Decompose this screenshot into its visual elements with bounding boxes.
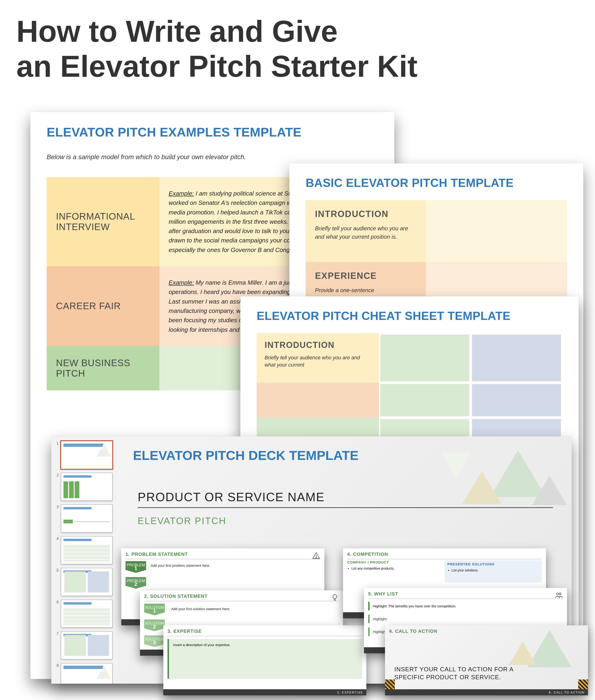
section-desc: Provide a one-sentence bbox=[315, 286, 417, 295]
thumb-num: 2 bbox=[56, 473, 59, 477]
svg-point-3 bbox=[559, 593, 561, 595]
cheat-cell bbox=[379, 383, 471, 418]
section-fill bbox=[426, 200, 567, 262]
slide-thumbnail[interactable] bbox=[61, 536, 112, 564]
cheat-cell bbox=[471, 383, 562, 418]
thumb-row[interactable]: 8 bbox=[56, 663, 112, 684]
hazard-corner-icon bbox=[578, 679, 588, 689]
mini-slide-expertise: 3. EXPERTISE Insert a description of you… bbox=[163, 625, 366, 695]
mini-title: 5. WHY LIST bbox=[364, 588, 567, 598]
slide-thumbnail[interactable] bbox=[61, 600, 112, 628]
chip-problem: PROBLEM1 bbox=[125, 561, 146, 573]
competition-col-a: COMPANY / PRODUCT List any competitive p… bbox=[347, 560, 439, 582]
mini-title: 4. COMPETITION bbox=[343, 548, 546, 559]
thumb-num: 6 bbox=[56, 600, 59, 604]
mini-body: Insert a description of your expertise. bbox=[168, 639, 362, 679]
cheat-cell bbox=[257, 383, 379, 418]
thumb-num: 1 bbox=[56, 441, 59, 446]
mini-body: Add your first problem statement here. bbox=[151, 561, 320, 589]
thumb-row[interactable]: 7 bbox=[56, 632, 112, 660]
cheat-cell bbox=[471, 333, 562, 383]
slide-thumbnail[interactable] bbox=[61, 441, 112, 469]
hazard-corner-icon bbox=[385, 679, 395, 689]
cheat-heading: ELEVATOR PITCH CHEAT SHEET TEMPLATE bbox=[257, 309, 562, 323]
triangle-icon bbox=[441, 453, 471, 478]
basic-heading: BASIC ELEVATOR PITCH TEMPLATE bbox=[306, 176, 567, 190]
examples-row-label: INFORMATIONAL INTERVIEW bbox=[47, 177, 159, 266]
thumb-row[interactable]: 1 bbox=[56, 441, 112, 469]
col-heading: COMPANY / PRODUCT bbox=[347, 560, 439, 564]
thumb-row[interactable]: 2 bbox=[56, 473, 112, 501]
cheat-cell bbox=[379, 333, 471, 383]
svg-point-0 bbox=[316, 557, 317, 558]
deck-subtitle: ELEVATOR PITCH bbox=[138, 516, 226, 526]
examples-heading: ELEVATOR PITCH EXAMPLES TEMPLATE bbox=[47, 125, 378, 139]
thumb-row[interactable]: 5 bbox=[56, 568, 112, 596]
mini-title: 2. SOLUTION STATEMENT bbox=[140, 590, 343, 601]
col-heading: PRESENTED SOLUTIONS bbox=[447, 562, 539, 566]
deck-product-line: PRODUCT OR SERVICE NAME bbox=[138, 490, 553, 508]
slide-thumbnail[interactable] bbox=[61, 473, 112, 501]
mini-title: 1. PROBLEM STATEMENT bbox=[121, 548, 324, 559]
cheat-intro-label: INTRODUCTION Briefly tell your audience … bbox=[257, 333, 379, 383]
examples-row-label: NEW BUSINESS PITCH bbox=[47, 346, 159, 390]
thumb-num: 7 bbox=[56, 632, 59, 636]
lightbulb-icon bbox=[331, 594, 339, 601]
thumb-num: 5 bbox=[56, 568, 59, 572]
slide-thumbnail[interactable] bbox=[61, 504, 112, 532]
chip-solution: SOLUTION2 bbox=[144, 619, 165, 631]
thumb-num: 3 bbox=[56, 504, 59, 509]
section-title: INTRODUCTION bbox=[264, 340, 371, 350]
basic-section-intro: INTRODUCTION Briefly tell your audience … bbox=[306, 200, 567, 262]
section-desc: Briefly tell your audience who you are a… bbox=[264, 354, 371, 369]
thumb-num: 8 bbox=[56, 663, 59, 668]
mini-footer: 3. EXPERTISE bbox=[163, 689, 366, 695]
mini-slide-cta: 6. CALL TO ACTION INSERT YOUR CALL TO AC… bbox=[385, 625, 588, 695]
cta-message: INSERT YOUR CALL TO ACTION FOR A SPECIFI… bbox=[394, 666, 513, 681]
svg-point-2 bbox=[557, 593, 559, 595]
cards-stage: ELEVATOR PITCH EXAMPLES TEMPLATE Below i… bbox=[0, 98, 595, 700]
people-icon bbox=[555, 591, 563, 599]
thumb-num: 4 bbox=[56, 536, 59, 541]
chip-problem: PROBLEM2 bbox=[125, 577, 146, 589]
examples-row-label: CAREER FAIR bbox=[47, 266, 159, 346]
section-title: INTRODUCTION bbox=[315, 209, 417, 219]
chip-solution: SOLUTION3 bbox=[144, 635, 165, 647]
svg-point-1 bbox=[333, 594, 337, 598]
thumb-row[interactable]: 3 bbox=[56, 504, 112, 532]
slide-thumbnail-rail: 1 2 3 4 5 6 7 8 bbox=[51, 436, 117, 684]
list-item: List your solutions. bbox=[452, 568, 539, 572]
triangle-icon bbox=[509, 642, 537, 665]
warning-icon bbox=[312, 552, 320, 560]
slide-thumbnail[interactable] bbox=[61, 568, 112, 596]
thumb-row[interactable]: 4 bbox=[56, 536, 112, 564]
chip-solution: SOLUTION1 bbox=[144, 604, 165, 615]
highlight-line: Highlight: bbox=[368, 615, 563, 623]
examples-subtext: Below is a sample model from which to bu… bbox=[47, 153, 378, 161]
mini-title: 3. EXPERTISE bbox=[163, 625, 366, 636]
slide-thumbnail[interactable] bbox=[61, 663, 112, 684]
highlight-line: Highlight: The benefits you have over th… bbox=[368, 602, 563, 610]
deck-heading: ELEVATOR PITCH DECK TEMPLATE bbox=[133, 448, 359, 463]
section-title: EXPERIENCE bbox=[315, 271, 417, 281]
page-title: How to Write and Givean Elevator Pitch S… bbox=[16, 14, 579, 84]
section-desc: Briefly tell your audience who you are a… bbox=[315, 224, 417, 241]
thumb-row[interactable]: 6 bbox=[56, 600, 112, 628]
slide-thumbnail[interactable] bbox=[61, 632, 112, 660]
competition-col-b: PRESENTED SOLUTIONS List your solutions. bbox=[445, 560, 542, 582]
mini-footer: 6. CALL TO ACTION bbox=[385, 689, 588, 695]
list-item: List any competitive products. bbox=[351, 566, 439, 570]
